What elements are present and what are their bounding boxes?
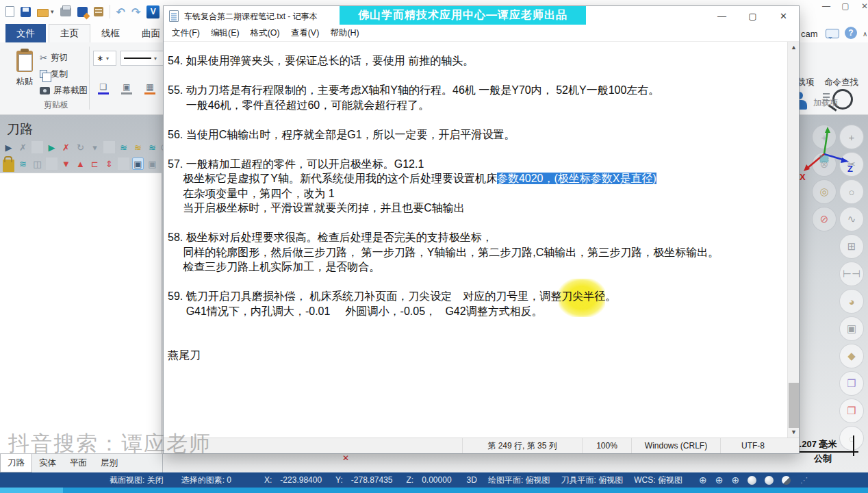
shading3-icon[interactable] xyxy=(782,476,791,485)
vp-blocks-red-icon[interactable]: ❒ xyxy=(839,399,864,423)
tp-filter-caret-icon[interactable]: ▾ xyxy=(89,141,101,153)
notepad-line xyxy=(168,142,784,157)
tp-copy-icon[interactable]: ▣ xyxy=(146,157,158,170)
tp-filter-select-icon[interactable]: ▶ xyxy=(46,141,58,153)
color-bar xyxy=(98,92,109,94)
wireframe-color-button[interactable]: ❏ xyxy=(94,81,112,96)
tp-shield-icon[interactable]: ◫ xyxy=(31,157,43,170)
save-icon[interactable] xyxy=(21,7,31,17)
redo-icon[interactable]: ↷ xyxy=(131,5,140,18)
addins-group-label: 加载项 xyxy=(813,97,838,109)
toolpath-tree-area[interactable] xyxy=(0,173,162,453)
shading2-icon[interactable] xyxy=(765,476,774,485)
tp-regenerate-all-icon[interactable]: ≋ xyxy=(118,141,129,153)
notepad-close-icon[interactable]: ✕ xyxy=(768,6,799,25)
camera-icon xyxy=(40,87,50,94)
configure-icon[interactable] xyxy=(94,7,103,16)
vp-blocks-purple-icon[interactable]: ❒ xyxy=(839,371,864,396)
menu-file[interactable]: 文件(F) xyxy=(166,25,205,41)
cut-button[interactable]: ✂ 剪切 xyxy=(40,51,68,64)
tp-cursor-select-icon[interactable]: ▣ xyxy=(132,157,144,170)
tp-move-up-icon[interactable]: ▲ xyxy=(75,157,86,170)
tp-lock-icon[interactable] xyxy=(3,160,14,172)
vp-circle-icon[interactable]: ○ xyxy=(839,179,864,204)
x-label: X: xyxy=(264,475,272,485)
notepad-scrollbar[interactable]: ▲ ▼ xyxy=(787,42,799,438)
open-file-icon[interactable] xyxy=(37,9,49,17)
help-icon[interactable]: ? xyxy=(845,27,857,39)
menu-format[interactable]: 格式(O) xyxy=(245,25,285,41)
copy-button[interactable]: 复制 xyxy=(40,67,68,81)
notepad-line xyxy=(168,275,784,290)
undo-icon[interactable]: ↶ xyxy=(116,5,125,18)
solid-color-button[interactable]: ▣ xyxy=(118,81,136,96)
new-file-icon[interactable] xyxy=(5,6,14,17)
axis-x-label: X xyxy=(800,172,806,181)
app-title-partial: cam xyxy=(801,29,818,39)
notepad-titlebar[interactable]: 车铣复合第二期课程笔记.txt - 记事本 佛山学而精技术应用中心—谭应老师出品… xyxy=(164,6,799,25)
scroll-down-icon[interactable]: ▼ xyxy=(788,427,800,438)
line-style-dropdown[interactable]: ▾ xyxy=(120,51,168,66)
wcs-icon[interactable]: ⊕ xyxy=(731,475,739,485)
mastercam-logo: V xyxy=(146,5,159,18)
tp-select-all-icon[interactable]: ▶ xyxy=(3,141,14,153)
print-icon[interactable] xyxy=(60,8,71,16)
tp-insert-arrow-icon[interactable]: ⊏ xyxy=(89,157,101,170)
toolpath-toolbar-row2: ≋◫▼▲⊏⇕▣▣⊞ xyxy=(3,156,173,171)
tp-regenerate-dirty-icon[interactable]: ≋ xyxy=(146,141,158,153)
vp-grid-icon[interactable]: ⊞ xyxy=(839,234,864,259)
mode-3d-toggle[interactable]: 3D xyxy=(467,475,477,485)
scissors-icon: ✂ xyxy=(40,53,47,63)
scrollbar-thumb[interactable] xyxy=(789,383,799,428)
surface-color-button[interactable]: ▦ xyxy=(141,81,159,96)
menu-help[interactable]: 帮助(H) xyxy=(324,25,364,41)
ribbon-collapse-icon[interactable]: ∧ xyxy=(863,30,867,38)
tp-scroll-icon[interactable]: ⇕ xyxy=(103,157,115,170)
shading-icon[interactable] xyxy=(748,476,756,485)
feedback-chat-icon[interactable] xyxy=(826,29,839,38)
qa-separator xyxy=(110,5,110,18)
section-view-status[interactable]: 截面视图: 关闭 xyxy=(110,475,164,486)
y-coordinate: -278.87435 xyxy=(351,475,393,485)
tp-move-down-icon[interactable]: ▼ xyxy=(60,157,72,170)
tp-deselect-all-icon[interactable]: ✗ xyxy=(17,141,29,153)
open-caret-icon[interactable]: ▾ xyxy=(51,8,54,15)
tplane-status[interactable]: 刀具平面: 俯视图 xyxy=(561,475,624,486)
tab-file[interactable]: 文件 xyxy=(5,24,46,42)
screenshot-label: 屏幕截图 xyxy=(53,85,88,97)
scroll-up-icon[interactable]: ▲ xyxy=(788,42,800,53)
cplane-icon[interactable]: ⊕ xyxy=(715,475,724,485)
notepad-text[interactable]: 54. 如果使用弹簧夹头，要保证总长的话，要使用 前推的轴头。 55. 动力刀塔… xyxy=(164,42,787,438)
gview-disable-icon[interactable]: ⊘ xyxy=(812,207,837,231)
tp-toggle-display-icon[interactable]: ≋ xyxy=(17,157,29,170)
menu-view[interactable]: 查看(V) xyxy=(285,25,325,41)
tab-wireframe[interactable]: 线框 xyxy=(90,24,131,42)
tab-home[interactable]: 主页 xyxy=(49,24,90,42)
minimize-icon[interactable]: — xyxy=(819,1,834,11)
point-style-dropdown[interactable]: ∗ ▾ xyxy=(93,51,116,66)
save-as-icon[interactable] xyxy=(77,7,88,17)
screenshot-button[interactable]: 屏幕截图 xyxy=(40,84,88,97)
scale-tick xyxy=(853,435,854,456)
vp-frame-icon[interactable]: ▣ xyxy=(839,316,864,341)
notepad-minimize-icon[interactable]: — xyxy=(706,6,737,25)
menu-edit[interactable]: 编辑(E) xyxy=(205,25,245,41)
notepad-line: 59. 铣刀开启刀具磨损补偿， 机床系统刀补页面，刀尖设定 对应的刀号里，调整刀… xyxy=(168,289,784,304)
cplane-status[interactable]: 绘图平面: 俯视图 xyxy=(488,475,550,486)
tp-filter-remove-icon[interactable]: ✗ xyxy=(60,141,72,153)
paste-button[interactable]: 粘贴 xyxy=(10,48,40,108)
vp-solid-icon[interactable]: ◆ xyxy=(839,344,864,368)
gview-icon[interactable]: ⊕ xyxy=(699,475,707,485)
notepad-line xyxy=(168,318,784,333)
vp-spline-icon[interactable]: ∿ xyxy=(839,207,864,231)
wcs-status[interactable]: WCS: 俯视图 xyxy=(634,475,682,486)
maximize-icon[interactable]: ▢ xyxy=(838,1,853,11)
tp-filter-options-icon[interactable]: ↻ xyxy=(75,141,86,153)
vp-width-icon[interactable]: ⊢⊣ xyxy=(839,262,864,286)
command-find-label[interactable]: 命令查找 xyxy=(824,77,858,88)
gview-overlay3-icon[interactable]: ◎ xyxy=(812,179,837,204)
close-icon[interactable]: ✕ xyxy=(857,1,868,11)
tp-regenerate-selected-icon[interactable]: ≋ xyxy=(132,141,144,153)
notepad-maximize-icon[interactable]: ▢ xyxy=(737,6,768,25)
vp-sphere-icon[interactable]: ◕ xyxy=(839,289,864,314)
